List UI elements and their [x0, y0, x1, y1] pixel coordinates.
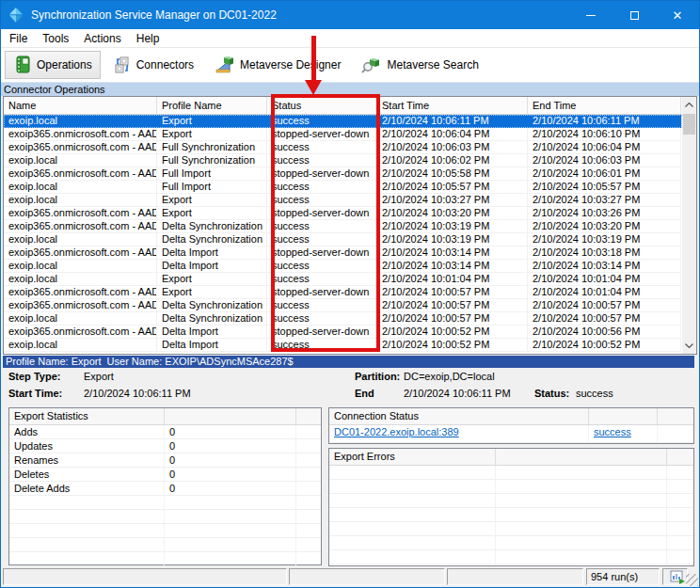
- maximize-button[interactable]: [612, 1, 656, 29]
- statistics-row: Adds0: [9, 425, 321, 439]
- statistic-label: [9, 524, 165, 538]
- table-row[interactable]: exoip365.onmicrosoft.com - AADDelta Impo…: [4, 246, 682, 260]
- connection-success-link[interactable]: success: [594, 426, 631, 437]
- resize-grip[interactable]: [686, 574, 698, 586]
- export-errors-cell: [667, 522, 693, 536]
- table-row[interactable]: exoip.localDelta Importsuccess2/10/2024 …: [4, 260, 682, 273]
- cell-profile: Full Import: [157, 181, 267, 194]
- vertical-scrollbar[interactable]: [682, 97, 696, 354]
- statistic-value: 0: [165, 468, 296, 482]
- export-errors-header-spacer: [496, 449, 667, 465]
- export-errors-cell: [496, 508, 667, 522]
- export-errors-panel: Export Errors: [328, 448, 694, 566]
- cell-end: 2/10/2024 10:03:14 PM: [528, 260, 681, 273]
- column-header-start-time[interactable]: Start Time: [377, 97, 528, 114]
- connection-row-filler: [658, 425, 693, 443]
- minimize-icon: [586, 15, 596, 16]
- connectors-button[interactable]: Connectors: [104, 51, 202, 79]
- menu-help[interactable]: Help: [129, 29, 167, 48]
- cell-status: success: [267, 260, 377, 273]
- cell-name: exoip.local: [4, 154, 157, 167]
- minimize-button[interactable]: [569, 1, 612, 29]
- table-row[interactable]: exoip365.onmicrosoft.com - AADExportstop…: [4, 207, 682, 220]
- cell-status: stopped-server-down: [267, 167, 377, 181]
- table-row[interactable]: exoip365.onmicrosoft.com - AADDelta Impo…: [4, 326, 682, 339]
- toolbar: Operations Connectors M: [1, 48, 699, 82]
- table-row[interactable]: exoip.localDelta Synchronizationsuccess2…: [4, 312, 682, 326]
- column-header-status[interactable]: Status: [267, 97, 377, 114]
- cell-end: 2/10/2024 10:06:03 PM: [528, 154, 681, 167]
- menu-bar: File Tools Actions Help: [1, 29, 699, 48]
- column-header-name[interactable]: Name: [4, 97, 157, 114]
- statistic-value: [165, 538, 296, 552]
- metaverse-designer-button[interactable]: Metaverse Designer: [206, 51, 349, 79]
- table-row[interactable]: exoip.localExportsuccess2/10/2024 10:03:…: [4, 194, 682, 207]
- table-row[interactable]: exoip365.onmicrosoft.com - AADFull Impor…: [4, 167, 682, 181]
- cell-start: 2/10/2024 10:06:02 PM: [377, 154, 528, 167]
- connector-operations-header: Connector Operations: [1, 82, 699, 96]
- export-errors-empty-row: [329, 536, 693, 550]
- table-row[interactable]: exoip365.onmicrosoft.com - AADDelta Sync…: [4, 299, 682, 312]
- cell-end: 2/10/2024 10:01:04 PM: [528, 273, 681, 286]
- statistic-label: Adds: [9, 425, 165, 439]
- cell-profile: Export: [157, 194, 267, 207]
- statistic-filler: [296, 538, 321, 552]
- scroll-down-icon[interactable]: [682, 338, 696, 354]
- table-row[interactable]: exoip.localFull Importsuccess2/10/2024 1…: [4, 181, 682, 194]
- partition-value: DC=exoip,DC=local: [404, 368, 534, 386]
- column-header-end-time[interactable]: End Time: [528, 97, 681, 114]
- cell-status: stopped-server-down: [267, 326, 377, 339]
- close-button[interactable]: ✕: [656, 1, 699, 29]
- statistic-value: 0: [165, 439, 296, 453]
- table-row[interactable]: exoip365.onmicrosoft.com - AADDelta Sync…: [4, 220, 682, 233]
- connection-status-title: Connection Status: [329, 408, 589, 424]
- statistic-filler: [296, 524, 321, 538]
- table-row[interactable]: exoip365.onmicrosoft.com - AADExportstop…: [4, 128, 682, 141]
- export-statistics-header: Export Statistics: [9, 408, 321, 425]
- export-errors-empty-row: [329, 480, 693, 494]
- table-row[interactable]: exoip.localExportsuccess2/10/2024 10:01:…: [4, 273, 682, 286]
- menu-actions[interactable]: Actions: [76, 29, 128, 48]
- connection-status-header-spacer: [589, 408, 658, 424]
- table-row[interactable]: exoip.localFull Synchronizationsuccess2/…: [4, 154, 682, 167]
- cell-end: 2/10/2024 10:00:52 PM: [528, 339, 681, 352]
- table-row[interactable]: exoip.localDelta Synchronizationsuccess2…: [4, 233, 682, 246]
- operations-button[interactable]: Operations: [5, 51, 101, 79]
- export-errors-cell: [667, 466, 693, 480]
- metaverse-search-button[interactable]: Metaverse Search: [353, 51, 486, 79]
- status-value: success: [576, 385, 699, 403]
- connection-status-header: Connection Status: [329, 408, 693, 425]
- scroll-up-icon[interactable]: [682, 97, 696, 113]
- export-statistics-body: Adds0Updates0Renames0Deletes0Delete Adds…: [9, 425, 321, 566]
- server-link[interactable]: DC01-2022.exoip.local:389: [334, 426, 459, 437]
- export-errors-cell: [329, 480, 496, 494]
- statistics-row: Renames0: [9, 453, 321, 468]
- cell-profile: Export: [157, 128, 267, 141]
- export-statistics-header-spacer: [165, 408, 296, 424]
- table-row[interactable]: exoip.localExportsuccess2/10/2024 10:06:…: [4, 115, 682, 128]
- cell-name: exoip.local: [4, 115, 157, 128]
- table-row[interactable]: exoip365.onmicrosoft.com - AADFull Synch…: [4, 141, 682, 154]
- menu-tools[interactable]: Tools: [35, 29, 76, 48]
- table-row[interactable]: exoip.localDelta Importsuccess2/10/2024 …: [4, 339, 682, 352]
- export-errors-cell: [329, 550, 496, 564]
- cell-name: exoip.local: [4, 233, 157, 246]
- statistics-empty-row: [9, 510, 321, 524]
- export-errors-cell: [496, 550, 667, 564]
- column-header-profile-name[interactable]: Profile Name: [157, 97, 267, 114]
- window-title: Synchronization Service Manager on DC01-…: [31, 8, 569, 22]
- export-errors-cell: [667, 480, 693, 494]
- cell-start: 2/10/2024 10:05:58 PM: [377, 167, 528, 181]
- cell-end: 2/10/2024 10:03:20 PM: [528, 220, 681, 233]
- cell-status: success: [267, 312, 377, 326]
- cell-name: exoip365.onmicrosoft.com - AAD: [4, 286, 157, 299]
- status-label: Status:: [534, 385, 576, 403]
- statistic-label: Updates: [9, 439, 165, 453]
- cell-status: success: [267, 194, 377, 207]
- start-time-value: 2/10/2024 10:06:11 PM: [84, 385, 355, 403]
- metaverse-designer-label: Metaverse Designer: [240, 58, 341, 72]
- scrollbar-thumb[interactable]: [683, 114, 695, 135]
- menu-file[interactable]: File: [1, 29, 35, 48]
- cell-status: stopped-server-down: [267, 246, 377, 260]
- table-row[interactable]: exoip365.onmicrosoft.com - AADExportstop…: [4, 286, 682, 299]
